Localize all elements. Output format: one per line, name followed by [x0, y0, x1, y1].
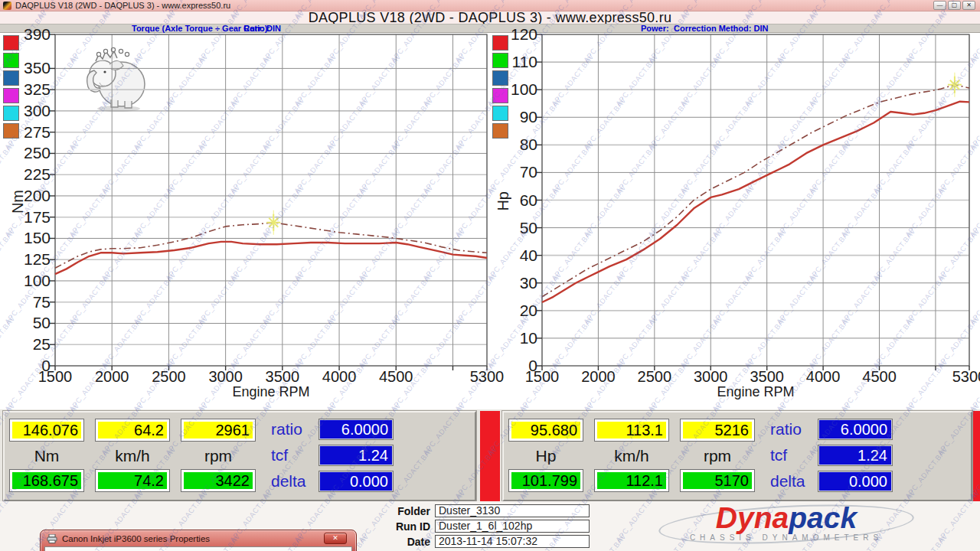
- power-x-tick: 2500: [626, 369, 683, 385]
- torque-x-tick: 3500: [254, 369, 311, 385]
- power-y-tick: 120: [488, 26, 537, 43]
- power-x-tick: 4500: [851, 369, 908, 385]
- printer-properties-dialog[interactable]: Canon Inkjet iP3600 series Properties ✕: [40, 530, 357, 551]
- torque-y-tick: 325: [2, 81, 51, 98]
- delta-label: delta: [770, 471, 824, 492]
- torque-x-tick: 4000: [311, 369, 368, 385]
- right-edge-bar: [972, 411, 980, 504]
- torque-y-tick: 225: [2, 166, 51, 183]
- power-x-tick: 1500: [514, 369, 570, 385]
- speed-live-value-box: 113.1: [594, 419, 669, 442]
- torque-y-tick: 150: [2, 230, 51, 246]
- torque-y-tick: 100: [2, 272, 51, 289]
- power-y-tick: 110: [488, 54, 537, 70]
- ratio-label: ratio: [271, 419, 325, 440]
- power-y-tick: 20: [488, 302, 537, 319]
- run-id-field[interactable]: Duster_1_6l_102hp: [435, 520, 590, 533]
- printer-icon: [47, 534, 57, 543]
- torque-y-tick: 25: [2, 336, 51, 353]
- center-divider-bar: [480, 411, 500, 504]
- tcf-value-box: 1.24: [318, 445, 394, 466]
- torque-x-tick: 2000: [83, 369, 140, 385]
- power-y-tick: 60: [488, 192, 537, 209]
- power-live-value-box: 95.680: [508, 419, 583, 442]
- power-y-tick: 80: [488, 136, 537, 153]
- date-label: Date: [377, 536, 430, 549]
- ratio-value-box: 6.0000: [818, 419, 893, 440]
- app-window: DAQPLUS V18 (2WD - DAQPLUS 3) - www.expr…: [0, 0, 980, 551]
- rpm-live-value-box: 2961: [181, 419, 256, 442]
- rpm-peak-value-box: 5170: [680, 469, 755, 492]
- torque-y-tick: 175: [2, 209, 51, 226]
- power-x-tick: 3500: [739, 369, 795, 385]
- torque-x-tick: 2500: [140, 369, 197, 385]
- dialog-close-button[interactable]: ✕: [324, 533, 347, 544]
- torque-y-tick: 200: [2, 187, 51, 204]
- power-corrected-curve: [542, 85, 969, 297]
- power-x-tick: 3000: [682, 369, 739, 385]
- torque-x-tick: 1500: [27, 369, 83, 385]
- torque-unit-label: Nm: [9, 445, 84, 468]
- torque-y-tick: 250: [2, 145, 51, 161]
- speed-peak-value-box: 112.1: [594, 469, 669, 492]
- power-peak-value-box: 101.799: [508, 469, 583, 492]
- torque-y-tick: 390: [2, 26, 51, 43]
- rpm-unit-label: rpm: [181, 445, 256, 468]
- delta-value-box: 0.000: [318, 471, 394, 492]
- delta-label: delta: [271, 471, 325, 492]
- tcf-label: tcf: [271, 445, 325, 466]
- power-x-tick: 2000: [570, 369, 626, 385]
- power-readout-panel: 95.680 113.1 5216 Hp km/h rpm 101.799 11…: [502, 411, 972, 501]
- speed-unit-label: km/h: [594, 445, 669, 468]
- power-y-tick: 100: [488, 81, 537, 98]
- power-plot: [542, 34, 969, 366]
- power-y-tick: 90: [488, 109, 537, 126]
- speed-live-value-box: 64.2: [95, 419, 170, 442]
- tcf-label: tcf: [770, 445, 824, 466]
- date-field[interactable]: 2013-11-14 15:07:32: [435, 535, 590, 548]
- torque-readout-panel: 146.076 64.2 2961 Nm km/h rpm 168.675 74…: [3, 411, 476, 501]
- power-y-tick: 50: [488, 220, 537, 236]
- ratio-label: ratio: [770, 419, 824, 440]
- torque-live-value-box: 146.076: [9, 419, 84, 442]
- power-y-tick: 10: [488, 330, 537, 347]
- logo-text-dyna: Dyna: [716, 501, 789, 534]
- torque-x-tick: 4500: [368, 369, 424, 385]
- speed-unit-label: km/h: [95, 445, 170, 468]
- dynapack-logo: Dynapack CHASSIS DYNAMOMETERS: [658, 503, 914, 547]
- torque-corrected-curve: [55, 223, 487, 269]
- torque-y-tick: 125: [2, 251, 51, 268]
- power-x-axis-label: Engine RPM: [694, 384, 817, 400]
- rpm-unit-label: rpm: [680, 445, 755, 468]
- speed-peak-value-box: 74.2: [95, 469, 170, 492]
- torque-peak-value-box: 168.675: [9, 469, 84, 492]
- torque-x-axis-label: Engine RPM: [210, 384, 332, 400]
- power-y-tick: 40: [488, 247, 537, 264]
- torque-y-tick: 75: [2, 294, 51, 311]
- peak-marker-icon: [948, 73, 962, 97]
- rpm-peak-value-box: 3422: [181, 469, 256, 492]
- ratio-value-box: 6.0000: [318, 419, 394, 440]
- power-x-tick: 4000: [795, 369, 851, 385]
- logo-text-pack: pack: [789, 501, 857, 534]
- power-x-tick: 5300: [941, 369, 980, 385]
- power-y-tick: 30: [488, 275, 537, 292]
- folder-field[interactable]: Duster_3130: [435, 504, 590, 517]
- dialog-titlebar: Canon Inkjet iP3600 series Properties: [41, 530, 356, 547]
- dialog-content: [44, 546, 352, 551]
- folder-label: Folder: [377, 505, 430, 518]
- logo-subtitle: CHASSIS DYNAMOMETERS: [658, 533, 914, 542]
- run-id-label: Run ID: [377, 520, 430, 533]
- torque-y-tick: 300: [2, 103, 51, 119]
- torque-y-tick: 50: [2, 315, 51, 331]
- tcf-value-box: 1.24: [818, 445, 893, 466]
- dialog-title: Canon Inkjet iP3600 series Properties: [62, 534, 210, 543]
- peak-marker-icon: [266, 210, 280, 235]
- torque-x-tick: 3000: [198, 369, 254, 385]
- torque-y-tick: 275: [2, 124, 51, 141]
- torque-measured-curve: [55, 242, 487, 274]
- power-measured-curve: [542, 102, 969, 302]
- power-y-tick: 70: [488, 164, 537, 181]
- delta-value-box: 0.000: [818, 471, 893, 492]
- rpm-live-value-box: 5216: [680, 419, 755, 442]
